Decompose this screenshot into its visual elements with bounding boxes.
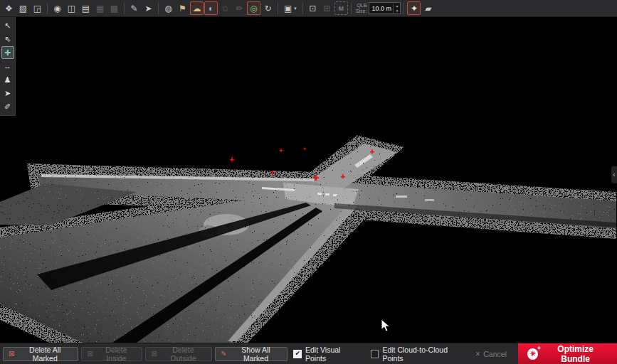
spinner-down-icon[interactable]: ▾ [394, 9, 400, 14]
pick-object-icon[interactable]: ❖ [2, 1, 16, 15]
viewport[interactable]: ‹ +++++++ [0, 17, 617, 343]
optimize-bundle-icon: ✳ ✦ [527, 348, 538, 360]
checkbox-zone: ✔Edit Visual PointsEdit Cloud-to-Cloud P… [293, 346, 466, 363]
distance-measure-icon[interactable]: ↔ [1, 60, 14, 73]
control-point-marker[interactable]: + [370, 148, 374, 155]
pin-rotate-icon[interactable]: ↻ [261, 1, 275, 15]
toolbar-separator [302, 3, 303, 14]
toolbar-left-zone: ❖▧◲◉◫▤▦▩✎➤◍⚑☁◐✩✏◎↻▣▾⊡⊞M [2, 1, 348, 15]
toolbar-separator [124, 3, 125, 14]
edit-visual-points-checkbox-wrap[interactable]: ✔Edit Visual Points [293, 346, 360, 363]
model-marker-icon: M [334, 1, 348, 15]
control-point-marker[interactable]: + [230, 156, 234, 163]
cancel-label: Cancel [483, 350, 507, 358]
toolbar-right-zone: ✦▰ [407, 1, 435, 15]
edit-visual-points-checkbox-label: Edit Visual Points [305, 346, 361, 363]
point-cloud-render [0, 17, 617, 343]
map-view-icon: ▩ [107, 1, 121, 15]
delete-all-marked-button[interactable]: ⊠Delete All Marked [3, 347, 78, 361]
location-pin-icon[interactable]: ◎ [247, 1, 260, 15]
show-marked-icon: ✎ [221, 350, 226, 358]
edit-cloud-to-cloud-checkbox-wrap[interactable]: Edit Cloud-to-Cloud Points [371, 346, 467, 363]
zoom-window-icon[interactable]: ◲ [31, 1, 44, 15]
area-select-icon[interactable]: ▧ [16, 1, 30, 15]
camera-icon[interactable]: ◉ [51, 1, 64, 15]
star-polygon-icon: ✩ [218, 1, 232, 15]
walkthrough-icon[interactable]: ♟ [1, 73, 14, 86]
bottom-buttons: ⊠Delete All Marked⊠Delete Inside⊠Delete … [3, 347, 288, 361]
image-view-alt-icon: ▦ [93, 1, 107, 15]
cube-view-icon[interactable]: ⊡ [306, 1, 320, 15]
bottom-bar: ⊠Delete All Marked⊠Delete Inside⊠Delete … [0, 343, 617, 364]
delete-outside-button: ⊠Delete Outside [145, 347, 212, 361]
qlb-spinner[interactable]: ▴ ▾ [393, 4, 400, 14]
qlb-size-label: QLB Size: [356, 3, 367, 14]
cursor-select-icon[interactable]: ➤ [142, 1, 155, 15]
control-point-marker[interactable]: + [303, 146, 306, 151]
fly-mode-icon[interactable]: ➤ [1, 87, 14, 100]
qlb-size-input[interactable] [369, 5, 393, 12]
optimize-bundle-label: Optimize Bundle [543, 344, 608, 364]
delete-inside-button: ⊠Delete Inside [81, 347, 142, 361]
delete-inside-button-label: Delete Inside [96, 346, 137, 363]
brush-paint-icon[interactable]: ✐ [1, 100, 14, 113]
qlb-size-field: ▴ ▾ [369, 2, 401, 14]
cancel-button: ✕ Cancel [475, 350, 507, 358]
edit-cloud-to-cloud-checkbox[interactable] [371, 350, 379, 358]
control-point-marker[interactable]: + [270, 169, 275, 176]
toolbar-separator [351, 3, 352, 14]
cancel-x-icon: ✕ [475, 350, 481, 358]
dropdown-caret-icon: ▾ [294, 6, 297, 11]
flag-target-icon[interactable]: ⚑ [176, 1, 189, 15]
point-cloud-icon[interactable]: ☁ [190, 1, 204, 15]
qlb-label-line2: Size: [356, 9, 367, 14]
control-point-marker[interactable]: + [341, 173, 345, 180]
delete-outside-button-label: Delete Outside [160, 346, 207, 363]
optimize-bundle-button[interactable]: ✳ ✦ Optimize Bundle [518, 343, 617, 364]
top-toolbar: ❖▧◲◉◫▤▦▩✎➤◍⚑☁◐✩✏◎↻▣▾⊡⊞M QLB Size: ▴ ▾ ✦▰ [0, 0, 617, 17]
toolbar-separator [404, 3, 404, 14]
left-toolbar: ↖⇖✚↔♟➤✐ [0, 17, 16, 116]
cube-section-icon: ⊞ [320, 1, 334, 15]
image-view-icon[interactable]: ▤ [79, 1, 93, 15]
show-all-marked-button-label: Show All Marked [230, 346, 283, 363]
delete-marked-icon: ⊠ [9, 350, 14, 358]
toolbar-separator [158, 3, 159, 14]
pen-icon: ✏ [233, 1, 246, 15]
panel-expand-handle[interactable]: ‹ [611, 166, 617, 183]
delete-inside-icon: ⊠ [87, 350, 93, 358]
show-all-marked-button[interactable]: ✎Show All Marked [215, 347, 288, 361]
marker-mode-dropdown[interactable]: ▣▾ [281, 1, 300, 15]
smart-select-cursor-icon[interactable]: ⇖ [1, 33, 14, 46]
edit-visual-points-checkbox[interactable]: ✔ [293, 350, 302, 358]
qlb-label-line1: QLB [356, 3, 367, 9]
qlb-size-group: QLB Size: ▴ ▾ [354, 2, 401, 14]
control-point-marker[interactable]: + [313, 173, 319, 183]
select-cursor-icon[interactable]: ↖ [1, 19, 14, 32]
toolbar-separator [47, 3, 48, 14]
optimize-sparkle-icon: ✦ [537, 346, 541, 350]
brush-select-icon[interactable]: ✦ [407, 1, 421, 15]
split-view-icon[interactable]: ◫ [65, 1, 78, 15]
measure-draw-icon[interactable]: ✎ [127, 1, 141, 15]
toolbar-separator [278, 3, 278, 14]
edit-cloud-to-cloud-checkbox-label: Edit Cloud-to-Cloud Points [382, 346, 466, 363]
delete-outside-icon: ⊠ [151, 350, 157, 358]
control-point-marker[interactable]: + [280, 148, 283, 154]
delete-all-marked-button-label: Delete All Marked [17, 346, 73, 363]
move-point-tool-icon[interactable]: ✚ [1, 46, 14, 59]
eraser-icon[interactable]: ▰ [421, 1, 435, 15]
spinner-up-icon[interactable]: ▴ [394, 4, 400, 9]
globe-icon[interactable]: ◐ [204, 1, 218, 15]
optimize-asterisk-icon: ✳ [529, 350, 535, 358]
mouse-cursor [381, 318, 391, 333]
sphere-target-icon[interactable]: ◍ [162, 1, 175, 15]
